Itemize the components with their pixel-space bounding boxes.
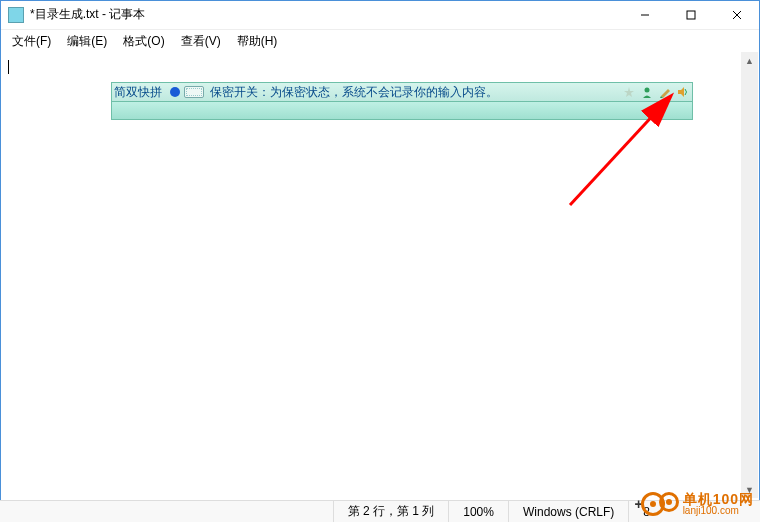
watermark-text-group: 单机100网 lanji100.com <box>683 492 754 516</box>
text-caret <box>8 60 9 74</box>
svg-marker-4 <box>624 87 634 97</box>
status-position: 第 2 行，第 1 列 <box>333 501 449 522</box>
ime-pencil-icon[interactable] <box>658 85 672 99</box>
watermark: + 单机100网 lanji100.com <box>641 492 754 516</box>
ime-punctuation-icon[interactable] <box>170 87 180 97</box>
ime-toolbar[interactable]: 简双快拼 保密开关：为保密状态，系统不会记录你的输入内容。 <box>111 82 693 120</box>
ime-softkeyboard-icon[interactable] <box>184 86 204 98</box>
status-lineending: Windows (CRLF) <box>508 501 628 522</box>
svg-marker-6 <box>661 89 670 98</box>
watermark-url: lanji100.com <box>683 506 754 516</box>
ime-main-bar: 简双快拼 保密开关：为保密状态，系统不会记录你的输入内容。 <box>111 82 693 102</box>
ime-star-icon[interactable] <box>622 85 636 99</box>
ime-user-icon[interactable] <box>640 85 654 99</box>
ime-speaker-icon[interactable] <box>676 85 690 99</box>
ime-candidate-strip[interactable] <box>111 102 693 120</box>
scroll-up-button[interactable]: ▲ <box>741 52 758 69</box>
ime-right-icons <box>622 85 690 99</box>
ime-mode-label[interactable]: 简双快拼 <box>114 84 162 101</box>
svg-point-5 <box>645 88 650 93</box>
watermark-brand: 单机100网 <box>683 492 754 506</box>
ime-status-message: 保密开关：为保密状态，系统不会记录你的输入内容。 <box>210 84 622 101</box>
watermark-logo: + <box>641 492 679 516</box>
vertical-scrollbar[interactable]: ▲ ▼ <box>741 52 758 498</box>
status-zoom: 100% <box>448 501 508 522</box>
svg-marker-8 <box>678 87 684 97</box>
